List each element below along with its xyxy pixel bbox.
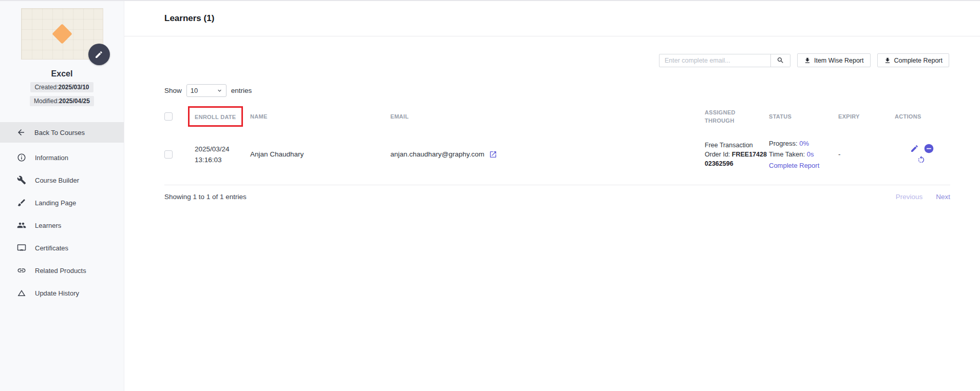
enroll-date-highlight-box: ENROLL DATE [188, 106, 243, 127]
main-header: Learners (1) [124, 1, 980, 36]
header-email[interactable]: EMAIL [390, 112, 705, 121]
sidebar-item-label: Learners [35, 222, 61, 229]
expiry-cell: - [838, 149, 895, 160]
table-footer: Showing 1 to 1 of 1 entries Previous Nex… [124, 185, 980, 201]
info-icon [17, 153, 26, 162]
select-all-checkbox[interactable] [164, 112, 173, 121]
sidebar-item-label: Update History [35, 289, 79, 297]
sidebar-item-label: Landing Page [35, 199, 76, 207]
search-icon [777, 56, 784, 64]
header-status[interactable]: STATUS [769, 112, 838, 121]
next-page-button[interactable]: Next [936, 193, 950, 201]
created-date-badge: Created:2025/03/10 [30, 82, 93, 92]
edit-course-image-button[interactable] [88, 44, 110, 65]
enroll-time: 13:16:03 [195, 154, 250, 166]
progress-line: Progress: 0% [769, 138, 838, 149]
created-label: Created: [34, 84, 58, 91]
sidebar-item-learners[interactable]: Learners [0, 214, 124, 237]
enroll-date-cell: 2025/03/24 13:16:03 [195, 144, 250, 166]
wrench-icon [17, 175, 26, 185]
email-cell: anjan.chaudhary@graphy.com [390, 149, 705, 160]
download-icon [884, 57, 891, 64]
brush-icon [17, 198, 26, 207]
modified-value: 2025/04/25 [59, 97, 90, 105]
sidebar-item-information[interactable]: Information [0, 146, 124, 169]
table-row: 2025/03/24 13:16:03 Anjan Chaudhary anja… [124, 127, 980, 184]
remove-circle-icon [924, 143, 934, 154]
pencil-icon [95, 50, 103, 59]
sidebar-item-label: Course Builder [35, 177, 79, 184]
item-wise-report-button[interactable]: Item Wise Report [797, 53, 871, 67]
row-checkbox-cell [164, 150, 195, 159]
reset-progress-button[interactable] [917, 155, 926, 164]
download-icon [804, 57, 811, 64]
email-search-group [659, 54, 790, 67]
sidebar-item-course-builder[interactable]: Course Builder [0, 169, 124, 191]
page-title: Learners (1) [164, 13, 214, 24]
sidebar-item-label: Certificates [35, 244, 68, 252]
link-icon [17, 266, 26, 275]
time-taken-value[interactable]: 0s [807, 150, 814, 158]
search-button[interactable] [770, 54, 790, 67]
reset-progress-icon [917, 155, 926, 164]
edit-pencil-icon [910, 144, 919, 153]
complete-report-label: Complete Report [894, 57, 943, 64]
page: Excel Created:2025/03/10 Modified:2025/0… [0, 0, 980, 391]
monitor-icon [17, 243, 26, 252]
progress-value[interactable]: 0% [799, 140, 809, 147]
header-actions: ACTIONS [895, 112, 980, 121]
modified-label: Modified: [34, 97, 59, 105]
sidebar-item-back-to-courses[interactable]: Back To Courses [0, 122, 124, 143]
complete-report-button[interactable]: Complete Report [877, 53, 950, 67]
sidebar-item-label: Information [35, 154, 68, 162]
complete-report-link[interactable]: Complete Report [769, 160, 838, 171]
created-value: 2025/03/10 [58, 84, 89, 91]
sidebar-item-label: Back To Courses [34, 129, 85, 136]
show-entries-row: Show 10 entries [124, 84, 980, 97]
sidebar-nav: Information Course Builder Landing Page … [0, 146, 124, 304]
pagination: Previous Next [896, 193, 950, 201]
entries-label: entries [231, 87, 252, 94]
edit-learner-button[interactable] [910, 144, 919, 153]
search-input[interactable] [659, 54, 770, 67]
enroll-date-header-label: ENROLL DATE [195, 114, 236, 120]
progress-label: Progress: [769, 140, 799, 147]
sidebar-item-certificates[interactable]: Certificates [0, 237, 124, 259]
table-header-row: ENROLL DATE NAME EMAIL ASSIGNED THROUGH … [124, 106, 980, 127]
triangle-icon [17, 288, 26, 298]
row-checkbox[interactable] [164, 150, 173, 159]
show-label: Show [164, 87, 182, 94]
toolbar: Item Wise Report Complete Report [124, 53, 980, 67]
sidebar-item-update-history[interactable]: Update History [0, 282, 124, 304]
item-wise-report-label: Item Wise Report [814, 57, 864, 64]
header-expiry[interactable]: EXPIRY [838, 112, 895, 121]
enroll-date: 2025/03/24 [195, 144, 250, 155]
page-size-select[interactable]: 10 [186, 84, 227, 97]
status-cell: Progress: 0% Time Taken: 0s Complete Rep… [769, 138, 838, 171]
learner-name: Anjan Chaudhary [250, 149, 390, 160]
people-icon [17, 221, 26, 230]
course-thumbnail-wrap [21, 8, 103, 60]
page-size-select-wrap: 10 [186, 84, 227, 97]
orange-diamond [52, 24, 72, 44]
header-assigned-through[interactable]: ASSIGNED THROUGH [705, 108, 769, 125]
time-taken-label: Time Taken: [769, 150, 807, 158]
learner-email: anjan.chaudhary@graphy.com [390, 149, 484, 160]
showing-entries-text: Showing 1 to 1 of 1 entries [164, 193, 247, 201]
header-enroll-date[interactable]: ENROLL DATE [195, 106, 250, 127]
assigned-through-cell: Free Transaction Order Id: FREE174280236… [705, 141, 769, 168]
remove-learner-button[interactable] [924, 143, 934, 154]
time-taken-line: Time Taken: 0s [769, 149, 838, 160]
header-name[interactable]: NAME [250, 112, 390, 121]
previous-page-button[interactable]: Previous [896, 193, 923, 201]
modified-date-badge: Modified:2025/04/25 [30, 96, 94, 106]
actions-cell [895, 143, 980, 166]
assigned-through-header-label: ASSIGNED THROUGH [705, 108, 752, 125]
arrow-left-icon [16, 128, 26, 137]
sidebar-item-related-products[interactable]: Related Products [0, 259, 124, 282]
sidebar: Excel Created:2025/03/10 Modified:2025/0… [0, 1, 124, 391]
open-learner-profile-link[interactable] [489, 150, 497, 159]
external-link-icon [489, 150, 497, 159]
sidebar-item-landing-page[interactable]: Landing Page [0, 191, 124, 214]
main-content: Learners (1) Item Wise Report Complete R… [124, 1, 980, 391]
